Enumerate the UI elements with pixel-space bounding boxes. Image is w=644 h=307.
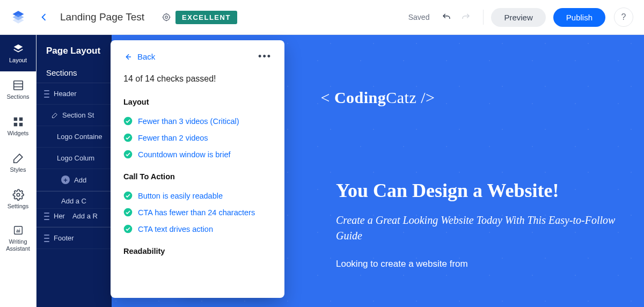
nav-label: Widgets [8, 130, 29, 136]
svg-text:ai: ai [16, 228, 20, 233]
nav-label: Sections [6, 93, 29, 100]
ai-icon: ai [12, 224, 24, 236]
tree-item-header[interactable]: Header [36, 83, 112, 105]
conversion-score-button[interactable]: EXCELLENT [162, 11, 237, 24]
widgets-icon [12, 116, 24, 128]
checks-section-title: Readability [123, 247, 272, 255]
tree-item-footer[interactable]: Footer [36, 228, 112, 249]
sidebar-subtitle: Sections [36, 63, 112, 83]
sidebar-title: Page Layout [36, 43, 112, 63]
logo-icon[interactable] [11, 10, 26, 25]
svg-rect-3 [13, 118, 17, 121]
check-item[interactable]: CTA has fewer than 24 characters [123, 204, 272, 221]
check-item[interactable]: Fewer than 2 videos [123, 129, 272, 146]
tree-label: Add a C [61, 197, 86, 205]
hero-content: You Can Design a Website! Create a Great… [336, 179, 623, 271]
hero-heading: You Can Design a Website! [336, 179, 623, 203]
tree-item-add-c[interactable]: Add a C [36, 192, 112, 209]
check-item[interactable]: Fewer than 3 videos (Critical) [123, 113, 272, 129]
grid-icon [12, 79, 24, 91]
preview-button[interactable]: Preview [491, 8, 545, 27]
svg-point-0 [163, 14, 170, 20]
svg-rect-4 [19, 118, 22, 121]
arrow-left-icon [123, 53, 132, 61]
popover-back-button[interactable]: Back [123, 52, 155, 61]
tree-item-hero-row[interactable]: Her Add a R [36, 209, 112, 227]
hero-brand: < CodingCatz /> [320, 89, 435, 107]
gear-icon [12, 189, 24, 201]
nav-label: Writing Assistant [0, 238, 36, 252]
layers-icon [12, 43, 24, 55]
nav-item-styles[interactable]: Styles [0, 144, 36, 181]
svg-point-1 [165, 16, 168, 19]
saved-indicator: Saved [408, 13, 430, 21]
tree-item-add[interactable]: + Add [36, 169, 112, 191]
plus-icon: + [61, 176, 70, 184]
svg-rect-6 [19, 123, 22, 126]
check-circle-icon [123, 133, 133, 142]
nav-label: Layout [9, 57, 27, 63]
hero-body: Looking to create a website from [336, 258, 623, 271]
redo-button[interactable] [460, 12, 471, 23]
nav-item-layout[interactable]: Layout [0, 35, 36, 71]
status-badge: EXCELLENT [175, 11, 237, 24]
check-circle-icon [123, 224, 133, 233]
page-title: Landing Page Test [60, 11, 144, 23]
tree-label: Add [74, 176, 86, 184]
checks-section-title: Call To Action [123, 172, 272, 181]
tree-label: Her [54, 212, 65, 220]
check-circle-icon [123, 116, 133, 126]
checks-section-title: Layout [123, 98, 272, 106]
tree-label: Logo Containe [57, 133, 103, 141]
nav-item-writing-assistant[interactable]: ai Writing Assistant [0, 217, 36, 259]
svg-rect-2 [13, 81, 23, 90]
tree-label: Header [54, 90, 77, 98]
back-arrow-icon[interactable] [39, 12, 49, 23]
check-item[interactable]: Button is easily readable [123, 187, 272, 204]
check-item[interactable]: CTA text drives action [123, 221, 272, 237]
svg-point-7 [17, 193, 20, 196]
brush-icon [52, 112, 58, 119]
check-circle-icon [123, 150, 133, 159]
checks-popover: Back ••• 14 of 14 checks passed! Layout … [111, 40, 284, 298]
hero-subheading: Create a Great Looking Website Today Wit… [336, 213, 623, 244]
tree-label: Logo Colum [57, 154, 94, 162]
checks-summary: 14 of 14 checks passed! [123, 74, 272, 84]
tree-label: Section St [62, 111, 94, 119]
sidebar-panel: Page Layout Sections Header Section St L… [36, 35, 112, 307]
divider [483, 10, 484, 25]
check-circle-icon [123, 191, 133, 200]
tree-item-logo-column[interactable]: Logo Colum [36, 148, 112, 169]
undo-button[interactable] [441, 12, 452, 23]
check-circle-icon [123, 208, 133, 217]
drag-handle-icon[interactable] [44, 213, 49, 220]
nav-item-widgets[interactable]: Widgets [0, 108, 36, 144]
tree-label: Add a R [72, 212, 98, 220]
nav-item-sections[interactable]: Sections [0, 71, 36, 108]
drag-handle-icon[interactable] [44, 90, 49, 98]
tree-item-logo-container[interactable]: Logo Containe [36, 126, 112, 148]
tree-item-section-style[interactable]: Section St [36, 105, 112, 126]
check-item[interactable]: Countdown window is brief [123, 146, 272, 163]
brush-icon [12, 152, 24, 164]
top-bar: Landing Page Test EXCELLENT Saved Previe… [0, 0, 644, 35]
nav-rail: Layout Sections Widgets Styles Settings … [0, 35, 36, 307]
nav-item-settings[interactable]: Settings [0, 181, 36, 217]
svg-rect-5 [13, 123, 17, 126]
back-label: Back [137, 52, 155, 61]
popover-more-button[interactable]: ••• [258, 51, 272, 62]
drag-handle-icon[interactable] [44, 235, 49, 242]
target-icon [162, 12, 171, 22]
nav-label: Styles [10, 166, 26, 173]
publish-button[interactable]: Publish [553, 8, 605, 27]
nav-label: Settings [8, 203, 29, 209]
tree-label: Footer [54, 234, 74, 242]
help-button[interactable]: ? [614, 8, 633, 27]
